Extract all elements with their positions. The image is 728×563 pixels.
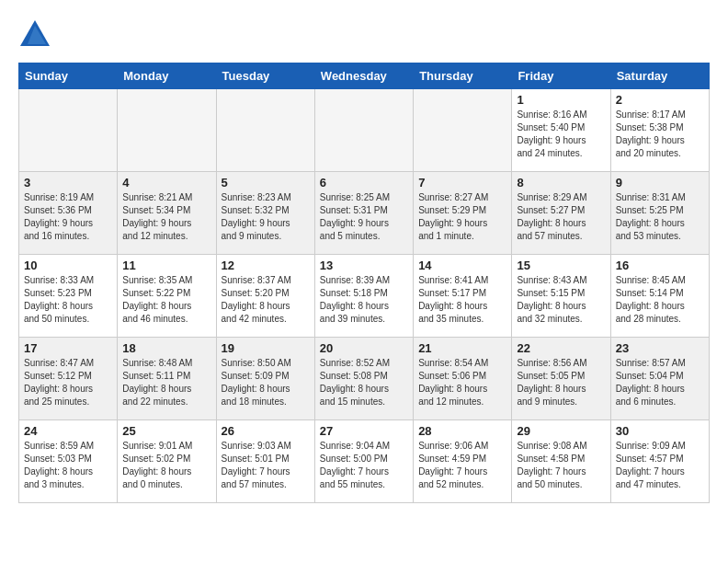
calendar-cell: 1Sunrise: 8:16 AMSunset: 5:40 PMDaylight… bbox=[512, 89, 610, 172]
day-info: Sunrise: 9:01 AMSunset: 5:02 PMDaylight:… bbox=[122, 440, 210, 491]
day-info: Sunrise: 8:39 AMSunset: 5:18 PMDaylight:… bbox=[320, 274, 408, 326]
day-number: 4 bbox=[122, 176, 210, 190]
day-info: Sunrise: 8:54 AMSunset: 5:06 PMDaylight:… bbox=[418, 357, 506, 408]
day-info: Sunrise: 8:43 AMSunset: 5:15 PMDaylight:… bbox=[517, 274, 605, 326]
day-number: 12 bbox=[222, 259, 310, 272]
day-info: Sunrise: 8:45 AMSunset: 5:14 PMDaylight:… bbox=[616, 274, 704, 326]
day-info: Sunrise: 9:09 AMSunset: 4:57 PMDaylight:… bbox=[616, 440, 704, 491]
day-number: 24 bbox=[24, 424, 112, 438]
calendar-cell: 8Sunrise: 8:29 AMSunset: 5:27 PMDaylight… bbox=[512, 172, 610, 255]
day-info: Sunrise: 8:29 AMSunset: 5:27 PMDaylight:… bbox=[517, 191, 605, 243]
calendar-cell: 10Sunrise: 8:33 AMSunset: 5:23 PMDayligh… bbox=[19, 255, 118, 338]
calendar-cell bbox=[216, 89, 314, 172]
day-info: Sunrise: 8:33 AMSunset: 5:23 PMDaylight:… bbox=[24, 274, 112, 326]
day-info: Sunrise: 9:04 AMSunset: 5:00 PMDaylight:… bbox=[320, 440, 408, 491]
calendar-cell: 26Sunrise: 9:03 AMSunset: 5:01 PMDayligh… bbox=[216, 420, 314, 503]
week-row-1: 1Sunrise: 8:16 AMSunset: 5:40 PMDaylight… bbox=[19, 89, 710, 172]
calendar-cell: 25Sunrise: 9:01 AMSunset: 5:02 PMDayligh… bbox=[118, 420, 216, 503]
day-info: Sunrise: 8:52 AMSunset: 5:08 PMDaylight:… bbox=[320, 357, 408, 408]
page: SundayMondayTuesdayWednesdayThursdayFrid… bbox=[0, 0, 728, 512]
calendar-cell: 5Sunrise: 8:23 AMSunset: 5:32 PMDaylight… bbox=[216, 172, 314, 255]
day-number: 25 bbox=[122, 424, 210, 438]
day-info: Sunrise: 9:03 AMSunset: 5:01 PMDaylight:… bbox=[222, 440, 310, 491]
day-info: Sunrise: 8:35 AMSunset: 5:22 PMDaylight:… bbox=[122, 274, 210, 326]
day-number: 1 bbox=[517, 93, 605, 107]
weekday-wednesday: Wednesday bbox=[314, 63, 413, 89]
day-info: Sunrise: 8:19 AMSunset: 5:36 PMDaylight:… bbox=[24, 191, 112, 243]
day-number: 6 bbox=[320, 176, 408, 190]
calendar-cell: 28Sunrise: 9:06 AMSunset: 4:59 PMDayligh… bbox=[414, 420, 512, 503]
day-number: 14 bbox=[418, 259, 506, 272]
day-number: 16 bbox=[616, 259, 704, 272]
day-number: 26 bbox=[222, 424, 310, 438]
day-number: 17 bbox=[24, 341, 112, 355]
day-info: Sunrise: 8:27 AMSunset: 5:29 PMDaylight:… bbox=[418, 191, 506, 243]
weekday-sunday: Sunday bbox=[19, 63, 118, 89]
calendar-cell bbox=[118, 89, 216, 172]
calendar-cell: 15Sunrise: 8:43 AMSunset: 5:15 PMDayligh… bbox=[512, 255, 610, 338]
day-number: 13 bbox=[320, 259, 408, 272]
day-number: 2 bbox=[616, 93, 704, 107]
day-number: 8 bbox=[517, 176, 605, 190]
calendar-cell: 14Sunrise: 8:41 AMSunset: 5:17 PMDayligh… bbox=[414, 255, 512, 338]
calendar-cell: 18Sunrise: 8:48 AMSunset: 5:11 PMDayligh… bbox=[118, 338, 216, 420]
calendar-cell: 24Sunrise: 8:59 AMSunset: 5:03 PMDayligh… bbox=[19, 420, 118, 503]
day-number: 21 bbox=[418, 341, 506, 355]
day-number: 10 bbox=[24, 259, 112, 272]
day-info: Sunrise: 8:21 AMSunset: 5:34 PMDaylight:… bbox=[122, 191, 210, 243]
calendar-cell: 9Sunrise: 8:31 AMSunset: 5:25 PMDaylight… bbox=[610, 172, 709, 255]
day-info: Sunrise: 8:41 AMSunset: 5:17 PMDaylight:… bbox=[418, 274, 506, 326]
calendar-cell: 21Sunrise: 8:54 AMSunset: 5:06 PMDayligh… bbox=[414, 338, 512, 420]
day-info: Sunrise: 8:56 AMSunset: 5:05 PMDaylight:… bbox=[517, 357, 605, 408]
weekday-friday: Friday bbox=[512, 63, 610, 89]
header bbox=[18, 18, 710, 52]
logo bbox=[18, 18, 55, 52]
day-number: 18 bbox=[122, 341, 210, 355]
weekday-thursday: Thursday bbox=[414, 63, 512, 89]
day-info: Sunrise: 8:47 AMSunset: 5:12 PMDaylight:… bbox=[24, 357, 112, 408]
calendar-cell: 13Sunrise: 8:39 AMSunset: 5:18 PMDayligh… bbox=[314, 255, 413, 338]
calendar-cell: 3Sunrise: 8:19 AMSunset: 5:36 PMDaylight… bbox=[19, 172, 118, 255]
day-info: Sunrise: 8:17 AMSunset: 5:38 PMDaylight:… bbox=[616, 109, 704, 160]
day-number: 30 bbox=[616, 424, 704, 438]
calendar-cell: 2Sunrise: 8:17 AMSunset: 5:38 PMDaylight… bbox=[610, 89, 709, 172]
day-number: 20 bbox=[320, 341, 408, 355]
calendar-cell: 27Sunrise: 9:04 AMSunset: 5:00 PMDayligh… bbox=[314, 420, 413, 503]
day-number: 15 bbox=[517, 259, 605, 272]
calendar-cell: 23Sunrise: 8:57 AMSunset: 5:04 PMDayligh… bbox=[610, 338, 709, 420]
day-number: 19 bbox=[222, 341, 310, 355]
day-number: 5 bbox=[222, 176, 310, 190]
day-number: 28 bbox=[418, 424, 506, 438]
day-info: Sunrise: 8:25 AMSunset: 5:31 PMDaylight:… bbox=[320, 191, 408, 243]
calendar-cell: 6Sunrise: 8:25 AMSunset: 5:31 PMDaylight… bbox=[314, 172, 413, 255]
day-info: Sunrise: 8:48 AMSunset: 5:11 PMDaylight:… bbox=[122, 357, 210, 408]
day-info: Sunrise: 8:31 AMSunset: 5:25 PMDaylight:… bbox=[616, 191, 704, 243]
calendar-cell: 7Sunrise: 8:27 AMSunset: 5:29 PMDaylight… bbox=[414, 172, 512, 255]
calendar: SundayMondayTuesdayWednesdayThursdayFrid… bbox=[18, 63, 710, 503]
day-number: 27 bbox=[320, 424, 408, 438]
day-info: Sunrise: 8:59 AMSunset: 5:03 PMDaylight:… bbox=[24, 440, 112, 491]
calendar-cell: 20Sunrise: 8:52 AMSunset: 5:08 PMDayligh… bbox=[314, 338, 413, 420]
day-number: 3 bbox=[24, 176, 112, 190]
calendar-cell bbox=[414, 89, 512, 172]
calendar-cell: 12Sunrise: 8:37 AMSunset: 5:20 PMDayligh… bbox=[216, 255, 314, 338]
calendar-cell: 4Sunrise: 8:21 AMSunset: 5:34 PMDaylight… bbox=[118, 172, 216, 255]
calendar-cell: 16Sunrise: 8:45 AMSunset: 5:14 PMDayligh… bbox=[610, 255, 709, 338]
calendar-cell: 11Sunrise: 8:35 AMSunset: 5:22 PMDayligh… bbox=[118, 255, 216, 338]
week-row-4: 17Sunrise: 8:47 AMSunset: 5:12 PMDayligh… bbox=[19, 338, 710, 420]
week-row-2: 3Sunrise: 8:19 AMSunset: 5:36 PMDaylight… bbox=[19, 172, 710, 255]
day-number: 11 bbox=[122, 259, 210, 272]
day-info: Sunrise: 8:57 AMSunset: 5:04 PMDaylight:… bbox=[616, 357, 704, 408]
calendar-cell bbox=[314, 89, 413, 172]
day-info: Sunrise: 8:37 AMSunset: 5:20 PMDaylight:… bbox=[222, 274, 310, 326]
calendar-cell bbox=[19, 89, 118, 172]
logo-icon bbox=[18, 18, 51, 52]
day-info: Sunrise: 8:16 AMSunset: 5:40 PMDaylight:… bbox=[517, 109, 605, 160]
calendar-cell: 22Sunrise: 8:56 AMSunset: 5:05 PMDayligh… bbox=[512, 338, 610, 420]
weekday-monday: Monday bbox=[118, 63, 216, 89]
day-number: 9 bbox=[616, 176, 704, 190]
calendar-cell: 17Sunrise: 8:47 AMSunset: 5:12 PMDayligh… bbox=[19, 338, 118, 420]
week-row-3: 10Sunrise: 8:33 AMSunset: 5:23 PMDayligh… bbox=[19, 255, 710, 338]
day-info: Sunrise: 8:50 AMSunset: 5:09 PMDaylight:… bbox=[222, 357, 310, 408]
day-info: Sunrise: 9:08 AMSunset: 4:58 PMDaylight:… bbox=[517, 440, 605, 491]
